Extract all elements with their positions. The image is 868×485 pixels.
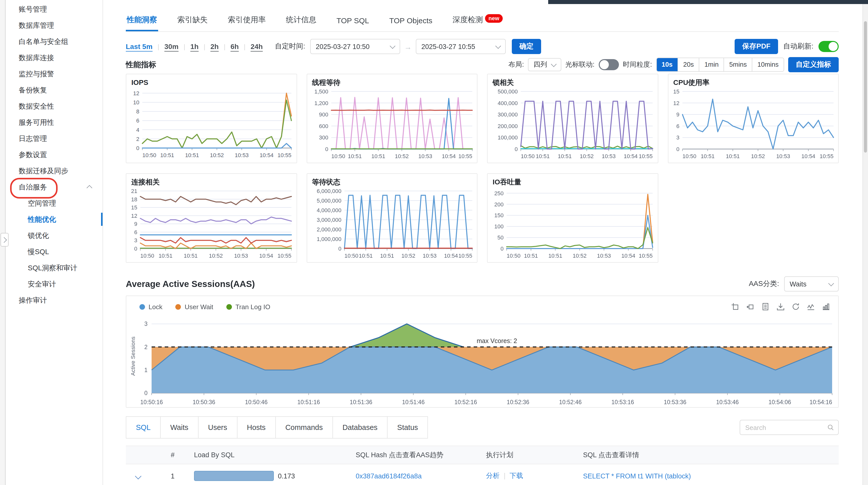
tab-label: 性能洞察	[127, 15, 157, 24]
svg-text:21: 21	[131, 188, 137, 194]
detail-tab-status[interactable]: Status	[388, 416, 428, 438]
bar-chart-icon[interactable]	[822, 303, 830, 311]
sidebar-item[interactable]: 服务可用性	[5, 114, 102, 130]
tab-statistics[interactable]: 统计信息	[285, 15, 317, 31]
quick-range-1h[interactable]: 1h	[190, 42, 198, 51]
tab-missing-index[interactable]: 索引缺失	[176, 15, 209, 31]
cursor-link-toggle[interactable]	[599, 59, 619, 70]
quick-range-last-5m[interactable]: Last 5m	[126, 42, 153, 51]
sidebar-group-autonomous-services[interactable]: 自治服务	[5, 179, 102, 195]
granularity-1min[interactable]: 1min	[699, 58, 723, 71]
quick-range-group: Last 5m|30m|1h|2h|6h|24h	[126, 42, 268, 51]
sql-text-link[interactable]: SELECT * FROM t1 WITH (tablock)	[583, 472, 691, 480]
chart-thread-waits[interactable]: 03006009001,2001,50010:5010:5110:5110:52…	[307, 87, 477, 161]
sidebar-subitem-sql-insight-audit[interactable]: SQL洞察和审计	[5, 260, 102, 276]
download-link[interactable]: 下载	[509, 472, 523, 480]
svg-text:0: 0	[515, 146, 518, 152]
quick-range-24h[interactable]: 24h	[251, 42, 263, 51]
sidebar-item[interactable]: 账号管理	[5, 1, 102, 17]
sidebar-item[interactable]: 操作审计	[5, 292, 102, 308]
from-time-select[interactable]: 2025-03-27 10:50	[310, 39, 400, 54]
detail-tab-users[interactable]: Users	[198, 416, 237, 438]
svg-text:9: 9	[134, 221, 137, 227]
sidebar-item[interactable]: 数据库管理	[5, 17, 102, 33]
sidebar-expand-button[interactable]	[0, 233, 8, 246]
sidebar-item[interactable]: 参数设置	[5, 147, 102, 163]
layout-select[interactable]: 四列	[528, 58, 561, 71]
legend-item-lock[interactable]: Lock	[140, 303, 162, 310]
chart-iops[interactable]: 02468101210:5010:5110:5110:5210:5310:541…	[126, 86, 296, 160]
custom-metric-button[interactable]: 自定义指标	[788, 57, 839, 72]
section-title: 性能指标	[126, 60, 156, 69]
search-box[interactable]	[740, 420, 839, 435]
sidebar-item[interactable]: 日志管理	[5, 130, 102, 147]
svg-text:10:52: 10:52	[580, 153, 594, 159]
sidebar-subitem-lock-optimization[interactable]: 锁优化	[5, 228, 102, 243]
granularity-5mins[interactable]: 5mins	[724, 58, 752, 71]
auto-refresh-toggle[interactable]	[818, 41, 839, 52]
tab-index-usage[interactable]: 索引使用率	[227, 15, 267, 31]
svg-text:10:53: 10:53	[235, 152, 249, 158]
zoom-reset-icon[interactable]	[746, 303, 754, 311]
load-value: 0.173	[278, 472, 295, 480]
tab-performance-insight[interactable]: 性能洞察	[126, 15, 158, 31]
save-pdf-button[interactable]: 保存PDF	[735, 39, 778, 54]
granularity-segmented: 10s20s1min5mins10mins	[656, 58, 784, 72]
sidebar-subitem-space-management[interactable]: 空间管理	[5, 195, 102, 211]
to-time-select[interactable]: 2025-03-27 10:55	[416, 39, 506, 54]
sidebar-item[interactable]: 备份恢复	[5, 82, 102, 98]
svg-text:10:51: 10:51	[160, 152, 174, 158]
aas-category-select[interactable]: Waits	[784, 276, 839, 292]
detail-tab-hosts[interactable]: Hosts	[237, 416, 276, 438]
granularity-10mins[interactable]: 10mins	[752, 58, 784, 71]
svg-text:10:52:36: 10:52:36	[507, 399, 529, 405]
chart-cpu-usage[interactable]: 0369121510:5010:5110:5110:5210:5310:5410…	[668, 87, 838, 161]
granularity-10s[interactable]: 10s	[656, 58, 678, 71]
granularity-20s[interactable]: 20s	[678, 58, 699, 71]
svg-text:1,500: 1,500	[314, 88, 328, 95]
detail-tab-databases[interactable]: Databases	[333, 416, 388, 438]
svg-text:10:50:36: 10:50:36	[193, 399, 216, 405]
chart-lock-related[interactable]: 0100,000200,000300,000400,000500,00010:5…	[488, 87, 657, 161]
chart-connections[interactable]: 03691215182110:5010:5110:5110:5210:5310:…	[126, 187, 296, 261]
svg-text:10:51: 10:51	[348, 153, 362, 159]
sql-hash-link[interactable]: 0x387aad6184f26a8a	[356, 472, 422, 480]
sidebar-subitem-performance-optimization[interactable]: 性能优化	[5, 211, 102, 228]
quick-range-2h[interactable]: 2h	[211, 42, 219, 51]
zoom-select-icon[interactable]	[731, 303, 739, 311]
detail-tab-commands[interactable]: Commands	[276, 416, 333, 438]
expand-row-button[interactable]	[135, 473, 141, 479]
svg-text:10:54:16: 10:54:16	[809, 399, 832, 405]
data-view-icon[interactable]	[762, 303, 770, 311]
analyze-link[interactable]: 分析	[486, 472, 500, 480]
metric-card-io-throughput: IO吞吐量05010015020025010:5010:5110:5110:52…	[487, 173, 658, 263]
chart-wait-states[interactable]: 01,000,0002,000,0003,000,0004,000,0005,0…	[307, 187, 477, 261]
sidebar-item[interactable]: 数据安全性	[5, 98, 102, 114]
aas-chart[interactable]: 0123Active Sessionsmax Vcores: 210:50:16…	[128, 314, 836, 408]
sidebar-item[interactable]: 白名单与安全组	[5, 33, 102, 50]
sidebar-item[interactable]: 监控与报警	[5, 66, 102, 82]
sidebar-item[interactable]: 数据库连接	[5, 50, 102, 66]
legend-item-tran-log-io[interactable]: Tran Log IO	[226, 303, 270, 310]
detail-tab-sql[interactable]: SQL	[126, 416, 161, 438]
sidebar-item[interactable]: 数据迁移及同步	[5, 163, 102, 179]
tab-deep-detection[interactable]: 深度检测new	[452, 14, 504, 31]
page-scrollbar[interactable]	[863, 0, 868, 485]
download-icon[interactable]	[777, 303, 785, 311]
aas-category-label: AAS分类:	[749, 279, 779, 289]
search-input[interactable]	[744, 423, 827, 432]
legend-item-user-wait[interactable]: User Wait	[176, 303, 213, 310]
scrollbar-thumb[interactable]	[864, 21, 867, 153]
chart-io-throughput[interactable]: 05010015020025010:5010:5110:5110:5210:53…	[488, 187, 657, 261]
confirm-button[interactable]: 确定	[512, 39, 541, 54]
tab-top-sql[interactable]: TOP SQL	[336, 16, 370, 31]
svg-text:12: 12	[133, 90, 139, 96]
quick-range-6h[interactable]: 6h	[230, 42, 239, 51]
sidebar-subitem-security-audit[interactable]: 安全审计	[5, 276, 102, 292]
refresh-icon[interactable]	[792, 303, 800, 311]
sidebar-subitem-slow-sql[interactable]: 慢SQL	[5, 243, 102, 260]
line-chart-icon[interactable]	[807, 303, 815, 311]
quick-range-30m[interactable]: 30m	[164, 42, 179, 51]
tab-top-objects[interactable]: TOP Objects	[388, 16, 434, 31]
detail-tab-waits[interactable]: Waits	[161, 416, 198, 438]
